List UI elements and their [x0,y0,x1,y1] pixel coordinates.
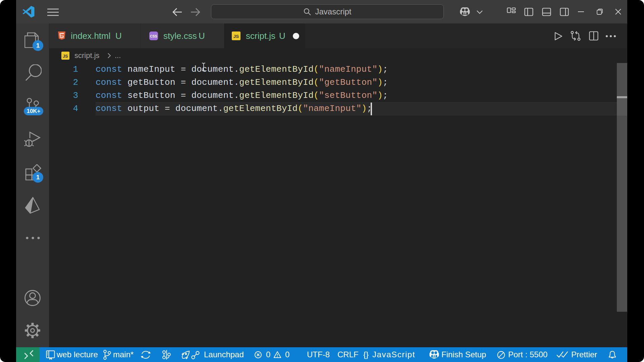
svg-text:JS: JS [233,34,239,39]
svg-text:CSS: CSS [150,34,157,38]
svg-text:JS: JS [63,54,68,59]
